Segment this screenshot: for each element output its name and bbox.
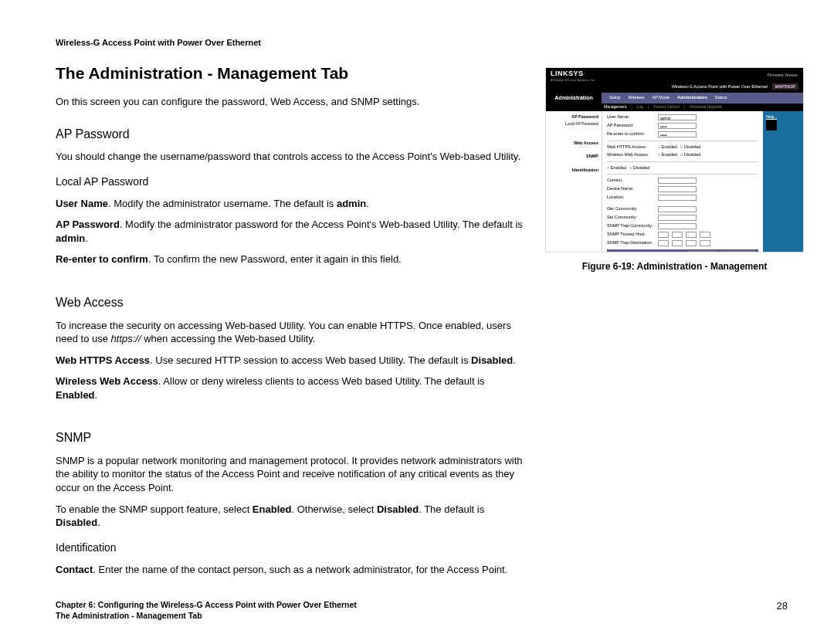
user-name-label: User Name [56,198,108,209]
contact-desc: Contact. Enter the name of the contact p… [56,563,527,577]
screenshot-cancel-button[interactable]: Cancel Changes [720,251,755,253]
screenshot-input[interactable] [658,232,669,238]
section-local-ap-password-heading: Local AP Password [56,175,527,189]
page-title: The Administration - Management Tab [56,63,527,84]
web-https-desc: Web HTTPS Access. Use secured HTTP sessi… [56,354,527,368]
screenshot-brand: LINKSYS [551,69,595,78]
footer-section: The Administration - Management Tab [56,610,788,621]
screenshot-subnav[interactable]: Log [637,104,643,110]
screenshot-tab[interactable]: Wireless [628,95,644,100]
section-ap-password-heading: AP Password [56,126,527,143]
figure-caption: Figure 6-19: Administration - Management [545,260,804,273]
section-web-access-heading: Web Access [56,294,527,311]
screenshot-subnav[interactable]: Factory Default [653,104,680,110]
snmp-enable-desc: To enable the SNMP support feature, sele… [56,503,527,530]
product-header: Wireless-G Access Point with Power Over … [56,37,788,49]
section-identification-heading: Identification [56,541,527,555]
screenshot-radio[interactable]: Disabled [680,152,700,158]
screenshot-tab[interactable]: AP Mode [652,95,670,100]
screenshot-tab[interactable]: Administration [677,95,707,100]
page-number: 28 [777,599,788,613]
screenshot-input[interactable] [658,178,697,184]
screenshot-radio[interactable]: Enabled [607,165,626,171]
section-snmp-heading: SNMP [56,429,527,446]
screenshot-tab[interactable]: Status [715,95,727,100]
user-name-desc: User Name. Modify the administrator user… [56,197,527,211]
screenshot-input[interactable] [658,240,669,246]
ap-password-label: AP Password [56,219,120,230]
body-text-column: The Administration - Management Tab On t… [56,63,527,584]
cisco-logo-icon [766,120,777,130]
screenshot-subnav[interactable]: Firmware Upgrade [690,104,721,110]
screenshot-help-link[interactable]: Help... [766,114,800,120]
screenshot-password-input[interactable]: ••••• [658,123,697,129]
screenshot-username-input[interactable]: admin [658,114,697,120]
wireless-web-desc: Wireless Web Access. Allow or deny wirel… [56,375,527,402]
screenshot-input[interactable] [658,215,697,221]
page-footer: Chapter 6: Configuring the Wireless-G Ac… [56,599,788,621]
web-access-intro: To increase the security on accessing We… [56,319,527,346]
screenshot-input[interactable] [658,186,697,192]
ap-password-desc: AP Password. Modify the administrator pa… [56,218,527,245]
screenshot-save-button[interactable]: Save Settings [687,251,717,253]
reenter-label: Re-enter to confirm [56,253,148,265]
screenshot-reenter-input[interactable]: ••••• [658,131,697,137]
screenshot-input[interactable] [658,206,697,212]
screenshot-subnav[interactable]: Management [604,104,626,110]
screenshot-tab[interactable]: Setup [609,95,620,100]
ap-password-intro: You should change the username/password … [56,150,527,164]
screenshot-section-label: Administration [546,93,602,103]
intro-paragraph: On this screen you can configure the pas… [56,95,527,109]
screenshot-radio[interactable]: Enabled [658,152,677,158]
figure-column: LINKSYS A Division of Cisco Systems, Inc… [545,63,804,584]
snmp-intro: SNMP is a popular network monitoring and… [56,454,527,495]
screenshot-radio[interactable]: Enabled [658,144,677,150]
screenshot-admin-management: LINKSYS A Division of Cisco Systems, Inc… [545,67,804,253]
screenshot-input[interactable] [658,223,697,229]
reenter-desc: Re-enter to confirm. To confirm the new … [56,253,527,266]
screenshot-input[interactable] [658,195,697,201]
screenshot-radio[interactable]: Disabled [629,165,649,171]
footer-chapter: Chapter 6: Configuring the Wireless-G Ac… [56,599,788,610]
screenshot-radio[interactable]: Disabled [680,144,700,150]
